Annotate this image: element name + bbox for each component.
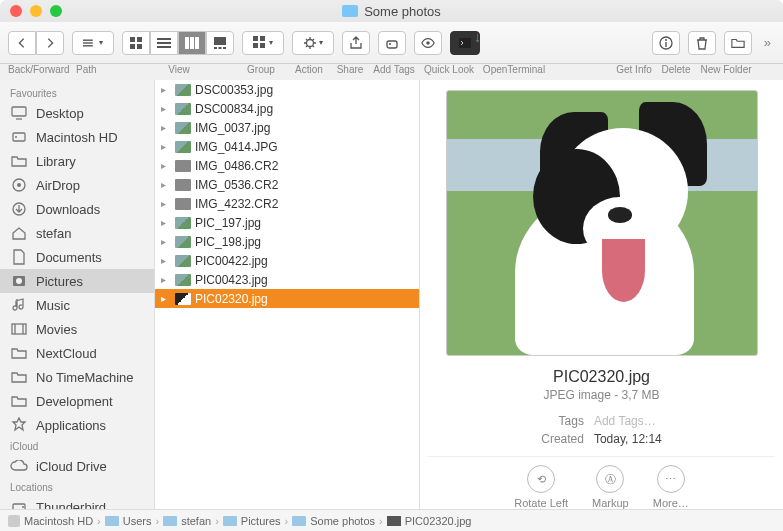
sidebar-section-header: Favourites <box>0 84 154 101</box>
sidebar-item-library[interactable]: Library <box>0 149 154 173</box>
get-info-button[interactable] <box>652 31 680 55</box>
folder-icon <box>10 153 28 169</box>
minimize-window-button[interactable] <box>30 5 42 17</box>
sidebar-item-icloud-drive[interactable]: iCloud Drive <box>0 454 154 478</box>
sidebar-item-label: Library <box>36 154 76 169</box>
sidebar-item-label: iCloud Drive <box>36 459 107 474</box>
sidebar-item-label: Downloads <box>36 202 100 217</box>
file-row[interactable]: ▸IMG_0536.CR2 <box>155 175 419 194</box>
file-row[interactable]: ▸IMG_0486.CR2 <box>155 156 419 175</box>
hd-icon <box>10 129 28 145</box>
file-name: PIC02320.jpg <box>195 292 268 306</box>
preview-subtitle: JPEG image - 3,7 MB <box>543 388 659 402</box>
more-button[interactable]: ⋯More… <box>653 465 689 509</box>
file-thumb-icon <box>175 122 191 134</box>
share-button[interactable] <box>342 31 370 55</box>
breadcrumb-item[interactable]: Users <box>105 515 152 527</box>
file-thumb-icon <box>175 141 191 153</box>
chevron-right-icon: ▸ <box>161 141 171 152</box>
svg-rect-13 <box>214 37 226 45</box>
chevron-right-icon: ▸ <box>161 103 171 114</box>
sidebar-item-airdrop[interactable]: AirDrop <box>0 173 154 197</box>
sidebar-item-stefan[interactable]: stefan <box>0 221 154 245</box>
open-terminal-button[interactable]: ↓ <box>450 31 480 55</box>
svg-rect-9 <box>157 46 171 48</box>
svg-rect-6 <box>137 44 142 49</box>
breadcrumb-item[interactable]: Some photos <box>292 515 375 527</box>
svg-rect-10 <box>185 37 189 49</box>
breadcrumb-item[interactable]: Pictures <box>223 515 281 527</box>
file-row[interactable]: ▸IMG_0414.JPG <box>155 137 419 156</box>
file-name: DSC00834.jpg <box>195 102 273 116</box>
file-row[interactable]: ▸PIC00423.jpg <box>155 270 419 289</box>
back-forward-group <box>8 31 64 55</box>
sidebar-item-applications[interactable]: Applications <box>0 413 154 437</box>
file-row[interactable]: ▸IMG_0037.jpg <box>155 118 419 137</box>
sidebar-item-movies[interactable]: Movies <box>0 317 154 341</box>
group-button[interactable]: ▾ <box>242 31 284 55</box>
rotate-left-button[interactable]: ⟲Rotate Left <box>514 465 568 509</box>
forward-button[interactable] <box>36 31 64 55</box>
file-row[interactable]: ▸IMG_4232.CR2 <box>155 194 419 213</box>
sidebar-item-label: No TimeMachine <box>36 370 134 385</box>
sidebar-section-header: Locations <box>0 478 154 495</box>
toolbar-overflow-icon[interactable]: » <box>760 35 775 50</box>
markup-button[interactable]: ⒶMarkup <box>592 465 629 509</box>
breadcrumb-item[interactable]: PIC02320.jpg <box>387 515 472 527</box>
svg-rect-17 <box>253 36 258 41</box>
sidebar-item-pictures[interactable]: Pictures <box>0 269 154 293</box>
breadcrumb-item[interactable]: stefan <box>163 515 211 527</box>
action-button[interactable]: ▾ <box>292 31 334 55</box>
chevron-right-icon: › <box>97 515 101 527</box>
tags-field[interactable]: Add Tags… <box>594 414 662 428</box>
sidebar-item-nextcloud[interactable]: NextCloud <box>0 341 154 365</box>
back-button[interactable] <box>8 31 36 55</box>
file-name: PIC_197.jpg <box>195 216 261 230</box>
file-row[interactable]: ▸DSC00353.jpg <box>155 80 419 99</box>
sidebar-item-no-timemachine[interactable]: No TimeMachine <box>0 365 154 389</box>
svg-rect-20 <box>260 43 265 48</box>
chevron-right-icon: ▸ <box>161 293 171 304</box>
sidebar-item-development[interactable]: Development <box>0 389 154 413</box>
file-name: IMG_0536.CR2 <box>195 178 278 192</box>
chevron-right-icon: › <box>379 515 383 527</box>
chevron-right-icon: ▸ <box>161 236 171 247</box>
path-button[interactable]: ▾ <box>72 31 114 55</box>
file-row[interactable]: ▸PIC00422.jpg <box>155 251 419 270</box>
quick-look-button[interactable] <box>414 31 442 55</box>
sidebar-item-label: Pictures <box>36 274 83 289</box>
music-icon <box>10 297 28 313</box>
preview-pane: PIC02320.jpg JPEG image - 3,7 MB Tags Ad… <box>420 80 783 509</box>
sidebar-item-music[interactable]: Music <box>0 293 154 317</box>
file-row[interactable]: ▸PIC_197.jpg <box>155 213 419 232</box>
view-list-button[interactable] <box>150 31 178 55</box>
chevron-right-icon: › <box>215 515 219 527</box>
file-row[interactable]: ▸PIC_198.jpg <box>155 232 419 251</box>
disk-icon <box>10 499 28 509</box>
desktop-icon <box>10 105 28 121</box>
view-column-button[interactable] <box>178 31 206 55</box>
chevron-right-icon: › <box>285 515 289 527</box>
breadcrumb-item[interactable]: Macintosh HD <box>8 515 93 527</box>
chevron-right-icon: ▸ <box>161 179 171 190</box>
zoom-window-button[interactable] <box>50 5 62 17</box>
svg-rect-7 <box>157 38 171 40</box>
view-icon-button[interactable] <box>122 31 150 55</box>
sidebar-item-macintosh-hd[interactable]: Macintosh HD <box>0 125 154 149</box>
sidebar-item-desktop[interactable]: Desktop <box>0 101 154 125</box>
sidebar-item-label: Macintosh HD <box>36 130 118 145</box>
file-name: PIC_198.jpg <box>195 235 261 249</box>
file-row[interactable]: ▸DSC00834.jpg <box>155 99 419 118</box>
file-row[interactable]: ▸PIC02320.jpg <box>155 289 419 308</box>
add-tags-button[interactable] <box>378 31 406 55</box>
view-gallery-button[interactable] <box>206 31 234 55</box>
sidebar-item-documents[interactable]: Documents <box>0 245 154 269</box>
new-folder-button[interactable] <box>724 31 752 55</box>
svg-point-39 <box>22 506 24 508</box>
preview-image <box>446 90 758 356</box>
sidebar-item-thunderbird[interactable]: Thunderbird <box>0 495 154 509</box>
breadcrumb-label: Some photos <box>310 515 375 527</box>
delete-button[interactable] <box>688 31 716 55</box>
sidebar-item-downloads[interactable]: Downloads <box>0 197 154 221</box>
close-window-button[interactable] <box>10 5 22 17</box>
